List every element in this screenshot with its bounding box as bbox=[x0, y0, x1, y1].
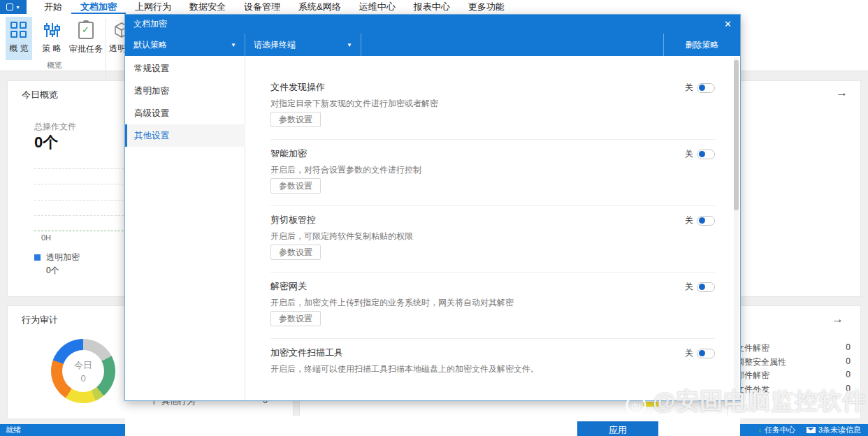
sliders-icon bbox=[43, 22, 60, 38]
toolbar-spacer bbox=[361, 34, 663, 56]
list-item: 调整安全属性 0 bbox=[736, 355, 852, 368]
param-settings-button[interactable]: 参数设置 bbox=[270, 178, 321, 194]
stat-label: 总操作文件 bbox=[34, 121, 76, 133]
stat-item-value: 0 bbox=[846, 370, 851, 379]
overview-grid-icon bbox=[10, 22, 27, 38]
stat-value: 0个 bbox=[34, 132, 58, 153]
setting-description: 开启后，加密文件上传到指定的业务系统时，网关将自动对其解密 bbox=[270, 297, 514, 309]
approval-clipboard-icon: ✓ bbox=[78, 22, 94, 39]
toggle-state-label: 关 bbox=[685, 82, 693, 94]
task-center-button[interactable]: ↓ 任务中心 bbox=[758, 425, 795, 435]
setting-row-smart-encryption: 智能加密 开启后，对符合设置参数的文件进行控制 参数设置 关 bbox=[245, 144, 736, 210]
param-settings-button[interactable]: 参数设置 bbox=[270, 245, 321, 260]
tab-device-management[interactable]: 设备管理 bbox=[235, 0, 289, 14]
scrollbar-track[interactable] bbox=[734, 57, 739, 400]
apply-button[interactable]: 应用 bbox=[577, 421, 658, 436]
legend-value: 0个 bbox=[46, 265, 59, 277]
status-ready-label: 就绪 bbox=[6, 425, 21, 435]
donut-center-value: 0 bbox=[80, 373, 85, 384]
task-center-label: 任务中心 bbox=[765, 425, 795, 435]
chevron-down-icon: ▼ bbox=[15, 5, 20, 10]
toggle-switch[interactable] bbox=[697, 349, 715, 358]
setting-title: 剪切板管控 bbox=[270, 214, 316, 226]
setting-row-scan-tool: 加密文件扫描工具 开启后，终端可以使用扫描工具扫描本地磁盘上的加密文件及解密文件… bbox=[245, 343, 736, 375]
tab-internet-behavior[interactable]: 上网行为 bbox=[126, 0, 180, 14]
tab-ops-center[interactable]: 运维中心 bbox=[350, 0, 405, 14]
ribbon-overview-label: 概 览 bbox=[9, 43, 28, 54]
list-item: 文件解密 0 bbox=[736, 341, 852, 354]
chart-fragment bbox=[643, 402, 660, 407]
donut-center: 今日 0 bbox=[62, 350, 104, 392]
app-logo-icon bbox=[6, 3, 13, 10]
toggle-state-label: 关 bbox=[685, 281, 693, 293]
delete-policy-button[interactable]: 删除策略 bbox=[663, 34, 740, 56]
toggle-switch[interactable] bbox=[697, 150, 715, 159]
unread-messages-button[interactable]: 3条未读信息 bbox=[806, 425, 861, 435]
ribbon-policy-label: 策 略 bbox=[42, 43, 61, 54]
param-settings-button[interactable]: 参数设置 bbox=[270, 311, 321, 326]
dialog-body: 常规设置 透明加密 高级设置 其他设置 文件发现操作 对指定目录下新发现的文件进… bbox=[125, 56, 740, 400]
mail-icon bbox=[806, 427, 816, 433]
toggle-state-label: 关 bbox=[685, 148, 693, 160]
status-right-group: ↓ 任务中心 3条未读信息 bbox=[758, 425, 861, 435]
list-item: 邮件解密 0 bbox=[736, 368, 852, 382]
dialog-title: 文档加密 bbox=[133, 18, 167, 30]
arrow-right-icon[interactable]: → bbox=[836, 87, 848, 99]
legend-label: 透明加密 bbox=[46, 252, 80, 263]
nav-item-advanced-settings[interactable]: 高级设置 bbox=[125, 102, 245, 124]
stat-item-value: 0 bbox=[846, 384, 851, 393]
menu-bar: ▼ 开始 文档加密 上网行为 数据安全 设备管理 系统&网络 运维中心 报表中心… bbox=[0, 0, 868, 14]
document-encryption-dialog: 文档加密 ✕ 默认策略 ▼ 请选择终端 ▼ 删除策略 常规设置 透明加密 高级设… bbox=[124, 14, 741, 401]
setting-title: 文件发现操作 bbox=[270, 81, 325, 94]
dialog-titlebar: 文档加密 ✕ bbox=[125, 15, 740, 34]
tab-document-encryption[interactable]: 文档加密 bbox=[71, 0, 126, 14]
setting-description: 开启后，终端可以使用扫描工具扫描本地磁盘上的加密文件及解密文件。 bbox=[270, 363, 539, 375]
toggle-state-label: 关 bbox=[685, 347, 693, 359]
policy-dropdown-value: 默认策略 bbox=[133, 39, 167, 51]
stat-item-label: 文件外发 bbox=[736, 384, 769, 395]
today-overview-title: 今日概览 bbox=[22, 89, 58, 101]
ribbon-policy-button[interactable]: 策 略 bbox=[37, 17, 66, 60]
main-menu-tabs: 开始 文档加密 上网行为 数据安全 设备管理 系统&网络 运维中心 报表中心 更… bbox=[35, 0, 514, 14]
list-item: 文件外发 0 bbox=[736, 382, 852, 395]
setting-title: 智能加密 bbox=[270, 147, 307, 160]
behavior-audit-title: 行为审计 bbox=[22, 314, 58, 326]
setting-description: 开启后，可限定跨软件复制粘贴的权限 bbox=[270, 231, 413, 242]
tab-system-network[interactable]: 系统&网络 bbox=[289, 0, 350, 14]
right-top-card: → bbox=[727, 80, 861, 297]
chevron-down-icon: ▼ bbox=[347, 42, 352, 48]
toggle-switch[interactable] bbox=[697, 83, 715, 93]
tab-report-center[interactable]: 报表中心 bbox=[405, 0, 459, 14]
ribbon-approval-button[interactable]: ✓ 审批任务 bbox=[68, 17, 103, 60]
setting-row-file-discovery: 文件发现操作 对指定目录下新发现的文件进行加密或者解密 参数设置 关 bbox=[245, 78, 736, 144]
ribbon-group-label: 概览 bbox=[6, 60, 103, 71]
nav-item-transparent-encryption[interactable]: 透明加密 bbox=[125, 80, 245, 102]
stat-item-value: 0 bbox=[846, 356, 851, 366]
nav-item-general-settings[interactable]: 常规设置 bbox=[125, 57, 245, 80]
stat-item-label: 邮件解密 bbox=[736, 370, 769, 382]
ribbon-approval-label: 审批任务 bbox=[69, 43, 103, 55]
ribbon-overview-button[interactable]: 概 览 bbox=[6, 17, 32, 60]
param-settings-button[interactable]: 参数设置 bbox=[270, 112, 321, 127]
toggle-switch[interactable] bbox=[697, 216, 715, 226]
policy-dropdown[interactable]: 默认策略 ▼ bbox=[125, 34, 245, 56]
toggle-switch[interactable] bbox=[697, 282, 715, 292]
nav-item-other-settings[interactable]: 其他设置 bbox=[125, 124, 245, 147]
dialog-toolbar: 默认策略 ▼ 请选择终端 ▼ 删除策略 bbox=[125, 34, 740, 56]
close-icon[interactable]: ✕ bbox=[724, 19, 732, 29]
tab-start[interactable]: 开始 bbox=[35, 0, 71, 14]
stat-item-value: 0 bbox=[846, 342, 851, 352]
row-divider bbox=[270, 272, 715, 272]
app-menu-button[interactable]: ▼ bbox=[0, 0, 27, 14]
unread-messages-label: 3条未读信息 bbox=[818, 425, 861, 435]
setting-title: 加密文件扫描工具 bbox=[270, 347, 343, 359]
tab-data-security[interactable]: 数据安全 bbox=[180, 0, 235, 14]
arrow-right-icon[interactable]: → bbox=[832, 314, 844, 325]
scrollbar-thumb[interactable] bbox=[734, 60, 739, 210]
row-divider bbox=[270, 205, 715, 206]
setting-description: 对指定目录下新发现的文件进行加密或者解密 bbox=[270, 98, 438, 110]
terminal-dropdown[interactable]: 请选择终端 ▼ bbox=[245, 34, 361, 56]
donut-center-label: 今日 bbox=[74, 359, 92, 372]
tab-more-functions[interactable]: 更多功能 bbox=[459, 0, 514, 14]
setting-row-decryption-gateway: 解密网关 开启后，加密文件上传到指定的业务系统时，网关将自动对其解密 参数设置 … bbox=[245, 277, 736, 343]
